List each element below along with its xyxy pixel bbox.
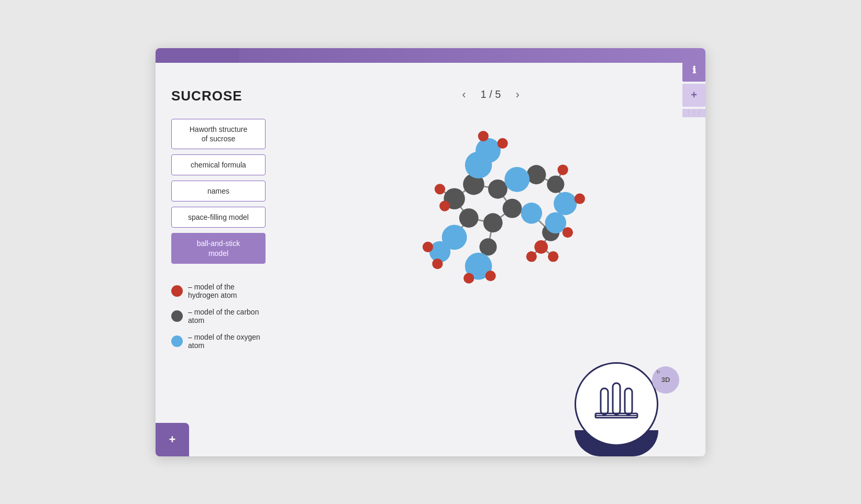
svg-point-36 — [503, 198, 522, 218]
svg-point-65 — [534, 240, 548, 253]
svg-rect-68 — [625, 388, 632, 415]
hydrogen-dot — [171, 285, 183, 297]
app-window: ℹ + ⋮⋮⋮ SUCROSE Haworth structureof sucr… — [156, 48, 705, 456]
btn-3d[interactable]: 3D ↻ — [652, 366, 679, 394]
btn-3d-label: 3D — [661, 376, 670, 384]
hydrogen-label: – model of the hydrogen atom — [188, 283, 266, 299]
svg-rect-66 — [601, 388, 608, 415]
svg-point-40 — [547, 175, 564, 193]
menu-buttons: Haworth structureof sucrose chemical for… — [171, 119, 266, 264]
molecule-svg — [302, 88, 674, 329]
oxygen-dot — [171, 335, 183, 347]
svg-point-45 — [554, 192, 577, 215]
menu-btn-ball-stick[interactable]: ball-and-stickmodel — [171, 233, 266, 263]
lab-tubes-icon — [590, 378, 643, 430]
sidebar: SUCROSE Haworth structureof sucrose chem… — [156, 77, 276, 360]
svg-point-60 — [485, 270, 495, 281]
legend-item-oxygen: – model of the oxygen atom — [171, 333, 266, 350]
svg-point-64 — [439, 200, 450, 211]
svg-rect-67 — [613, 383, 620, 415]
content-area: SUCROSE Haworth structureof sucrose chem… — [156, 63, 705, 360]
svg-point-57 — [548, 251, 558, 262]
carbon-label: – model of the carbon atom — [188, 308, 266, 324]
svg-point-47 — [521, 203, 543, 224]
svg-point-35 — [488, 179, 507, 198]
oxygen-label: – model of the oxygen atom — [188, 333, 266, 350]
rotate-icon: ↻ — [656, 369, 660, 375]
svg-point-56 — [562, 227, 573, 238]
bottom-add-icon: + — [169, 433, 176, 446]
svg-point-38 — [459, 208, 479, 228]
top-bar — [156, 48, 705, 63]
menu-btn-formula[interactable]: chemical formula — [171, 154, 266, 175]
svg-point-51 — [476, 138, 501, 163]
molecule-display — [302, 88, 674, 329]
svg-point-62 — [432, 258, 443, 268]
svg-point-37 — [483, 213, 503, 232]
svg-point-54 — [558, 164, 568, 175]
menu-btn-haworth[interactable]: Haworth structureof sucrose — [171, 119, 266, 149]
purple-tab — [166, 48, 239, 63]
lab-icon-circle — [575, 362, 658, 446]
legend-item-hydrogen: – model of the hydrogen atom — [171, 283, 266, 299]
main-area: ‹ 1 / 5 › — [276, 77, 705, 360]
svg-point-42 — [479, 238, 496, 255]
svg-point-63 — [435, 184, 445, 194]
bottom-add-button[interactable]: + — [156, 423, 189, 456]
carbon-dot — [171, 310, 183, 322]
svg-point-52 — [478, 130, 489, 141]
info-icon: ℹ — [692, 64, 696, 76]
page-title: SUCROSE — [171, 88, 266, 104]
menu-btn-space-filling[interactable]: space-filling model — [171, 207, 266, 228]
menu-btn-names[interactable]: names — [171, 181, 266, 201]
svg-point-55 — [575, 193, 585, 204]
svg-point-61 — [423, 241, 433, 252]
legend-item-carbon: – model of the carbon atom — [171, 308, 266, 324]
svg-point-39 — [527, 165, 546, 184]
legend: – model of the hydrogen atom – model of … — [171, 283, 266, 350]
svg-point-58 — [526, 251, 537, 262]
svg-point-53 — [497, 138, 507, 148]
svg-point-59 — [463, 273, 474, 283]
svg-point-44 — [504, 166, 529, 192]
